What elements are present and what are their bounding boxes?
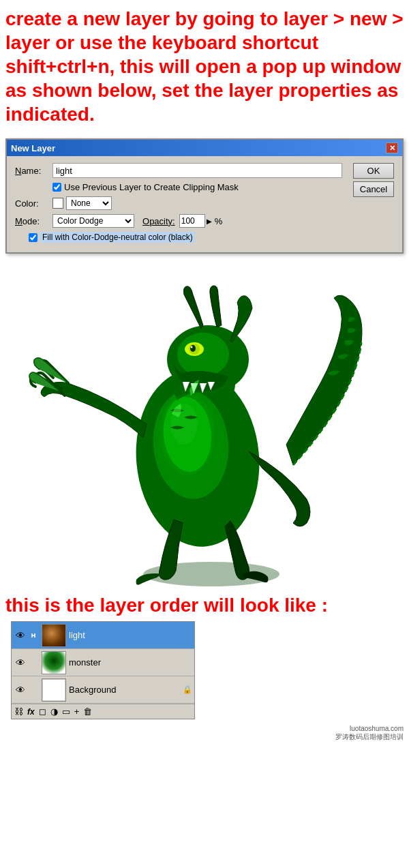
dialog-titlebar: New Layer ✕ xyxy=(7,140,402,156)
layer-row-monster[interactable]: 👁 monster xyxy=(12,649,194,676)
layers-panel: 👁 light 👁 monster 👁 Background xyxy=(11,621,195,719)
color-swatch xyxy=(52,198,63,209)
mode-label: Mode: xyxy=(15,216,52,226)
clipping-mask-row: Use Previous Layer to Create Clipping Ma… xyxy=(52,182,342,192)
instruction-text: create a new layer by going to layer > n… xyxy=(0,0,409,132)
opacity-stepper[interactable]: ▶ xyxy=(207,218,212,225)
opacity-label: Opacity: xyxy=(142,216,175,226)
layer-eye-monster[interactable]: 👁 xyxy=(13,649,28,676)
layer-name-background: Background xyxy=(69,685,182,695)
fx-btn[interactable]: fx xyxy=(27,707,35,717)
dialog-name-row: Name: xyxy=(15,163,342,178)
new-layer-btn[interactable]: + xyxy=(74,706,80,717)
clipping-mask-checkbox[interactable] xyxy=(52,183,61,192)
adjustment-btn[interactable]: ◑ xyxy=(50,706,58,717)
fill-row: Fill with Color-Dodge-neutral color (bla… xyxy=(29,232,342,243)
svg-point-10 xyxy=(191,346,193,348)
color-label: Color: xyxy=(15,198,52,209)
group-btn[interactable]: ▭ xyxy=(62,706,70,717)
layer-lock-icon: 🔒 xyxy=(182,685,193,694)
opacity-input[interactable] xyxy=(179,214,205,228)
cancel-button[interactable]: Cancel xyxy=(353,181,394,197)
mode-select[interactable]: Color Dodge Normal Multiply Screen xyxy=(52,214,134,228)
watermark: luotaoshuma.com 罗涛数码后期修图培训 xyxy=(0,722,409,745)
bottom-instruction-text: this is the layer order will look like : xyxy=(0,588,409,621)
layer-eye-background[interactable]: 👁 xyxy=(13,676,28,704)
monster-image xyxy=(0,260,409,588)
layer-thumb-background xyxy=(42,678,66,702)
fill-label: Fill with Color-Dodge-neutral color (bla… xyxy=(40,232,195,243)
dialog-title: New Layer xyxy=(11,143,55,153)
watermark-line2: 罗涛数码后期修图培训 xyxy=(335,733,404,740)
opacity-percent: % xyxy=(215,216,223,226)
layer-link-light xyxy=(28,631,39,640)
color-row: Color: None Red Orange Yellow xyxy=(15,196,342,210)
layers-toolbar: ⛓ fx ◻ ◑ ▭ + 🗑 xyxy=(12,704,194,719)
watermark-line1: luotaoshuma.com xyxy=(350,725,404,732)
fill-checkbox[interactable] xyxy=(29,233,37,242)
dialog-close-button[interactable]: ✕ xyxy=(386,143,398,153)
layer-thumb-monster xyxy=(42,651,66,674)
link-layers-btn[interactable]: ⛓ xyxy=(14,706,23,717)
layer-row-background[interactable]: 👁 Background 🔒 xyxy=(12,676,194,704)
layer-row-light[interactable]: 👁 light xyxy=(12,622,194,649)
layer-eye-light[interactable]: 👁 xyxy=(13,622,28,649)
layer-name-monster: monster xyxy=(69,657,193,668)
svg-point-9 xyxy=(190,345,196,352)
color-select[interactable]: None Red Orange Yellow xyxy=(66,196,112,210)
name-label: Name: xyxy=(15,166,52,176)
svg-point-6 xyxy=(177,333,229,376)
clipping-mask-label: Use Previous Layer to Create Clipping Ma… xyxy=(64,182,239,192)
mask-btn[interactable]: ◻ xyxy=(39,706,46,717)
monster-svg xyxy=(0,260,409,588)
layer-name-light: light xyxy=(69,630,193,640)
name-input[interactable] xyxy=(52,163,342,178)
new-layer-dialog: New Layer ✕ Name: Use Previous Layer to … xyxy=(5,138,404,254)
delete-layer-btn[interactable]: 🗑 xyxy=(83,706,92,717)
mode-row: Mode: Color Dodge Normal Multiply Screen… xyxy=(15,214,342,228)
layer-thumb-light xyxy=(42,624,66,647)
ok-button[interactable]: OK xyxy=(353,163,394,179)
